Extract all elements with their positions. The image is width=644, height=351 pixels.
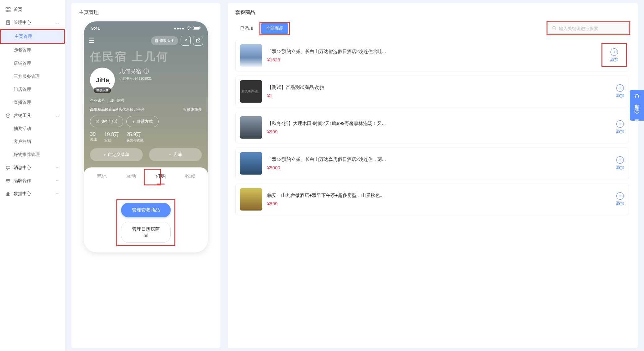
image-icon: ▦ bbox=[155, 38, 158, 43]
add-label: 添加 bbox=[610, 57, 619, 63]
nav-item-recommend[interactable]: 好物推荐管理 bbox=[0, 148, 65, 161]
status-time: 9:41 bbox=[91, 26, 100, 31]
nav-group-brand[interactable]: 品牌合作 ﹀ bbox=[0, 174, 65, 187]
profile-id: 小红书号: 949908921 bbox=[119, 76, 152, 81]
svg-rect-3 bbox=[9, 10, 10, 12]
edit-header-button[interactable]: ▦ 修改头图 bbox=[151, 36, 178, 45]
search-input[interactable] bbox=[559, 26, 625, 31]
svg-rect-2 bbox=[6, 10, 7, 12]
product-price: ¥1623 bbox=[267, 57, 597, 62]
plus-circle-icon: + bbox=[616, 156, 624, 164]
nav-item-shop[interactable]: 店铺管理 bbox=[0, 57, 65, 70]
tab-interaction[interactable]: 互动 bbox=[119, 167, 143, 184]
custom-menu-button[interactable]: + 自定义菜单 bbox=[90, 148, 143, 161]
nav-item-store[interactable]: 门店管理 bbox=[0, 83, 65, 96]
nav-home[interactable]: 首页 bbox=[0, 3, 65, 16]
panel-title: 主页管理 bbox=[79, 9, 213, 16]
nav-group-management[interactable]: 管理中心 ︿ bbox=[0, 16, 65, 29]
edit-intro-button[interactable]: ✎ 修改简介 bbox=[183, 107, 202, 112]
hero-text: 任民宿 上几何 bbox=[84, 49, 208, 64]
stat-likes[interactable]: 25.9万 获赞与收藏 bbox=[126, 131, 143, 143]
headset-icon bbox=[634, 94, 640, 100]
call-button[interactable]: ✆ 拨打电话 bbox=[90, 116, 123, 127]
share-icon[interactable] bbox=[181, 36, 191, 46]
nav-item-live[interactable]: 直播管理 bbox=[0, 96, 65, 109]
plus-icon: + bbox=[103, 152, 106, 157]
product-card: 测试商户·请... 【测试】产品测试商品·勿拍 ¥1 + 添加 bbox=[235, 76, 629, 107]
nav-group-label: 管理中心 bbox=[14, 20, 31, 25]
chat-icon bbox=[6, 165, 11, 170]
nav-item-at-me[interactable]: @我管理 bbox=[0, 44, 65, 57]
product-price: ¥899 bbox=[267, 201, 611, 206]
svg-rect-9 bbox=[9, 193, 10, 196]
help-help-button[interactable]: 帮助 bbox=[634, 109, 640, 117]
svg-rect-1 bbox=[9, 7, 10, 9]
tab-order[interactable]: 订购 bbox=[149, 167, 172, 184]
shop-button[interactable]: ⌂ 店铺 bbox=[149, 148, 202, 161]
menu-icon[interactable]: ☰ bbox=[89, 37, 95, 45]
plus-circle-icon: + bbox=[616, 120, 624, 128]
nav-group-label: 营销工具 bbox=[14, 113, 31, 118]
contact-button[interactable]: + 联系方式 bbox=[126, 116, 159, 127]
search-box[interactable] bbox=[548, 23, 629, 34]
diamond-icon bbox=[6, 178, 11, 183]
product-image bbox=[240, 188, 262, 211]
manage-package-button[interactable]: 管理套餐商品 bbox=[121, 203, 171, 217]
product-title: 临安一山九舍微酒店+双早下午茶+超多房型，山景秋色... bbox=[267, 193, 611, 198]
add-label: 添加 bbox=[616, 129, 624, 135]
chevron-down-icon: ﹀ bbox=[56, 191, 59, 197]
add-label: 添加 bbox=[616, 165, 624, 171]
plus-circle-icon: + bbox=[610, 48, 618, 56]
external-link-icon[interactable] bbox=[193, 36, 203, 46]
search-icon bbox=[552, 26, 556, 31]
nav-item-customer-marketing[interactable]: 客户营销 bbox=[0, 135, 65, 148]
add-button[interactable]: + 添加 bbox=[616, 192, 624, 207]
battery-icon bbox=[193, 26, 200, 31]
help-service-button[interactable]: 客服 bbox=[634, 94, 640, 102]
add-button[interactable]: + 添加 bbox=[616, 120, 624, 135]
phone-status-bar: 9:41 ●●●● bbox=[84, 21, 208, 33]
add-button[interactable]: + 添加 bbox=[616, 156, 624, 171]
panel-title: 套餐商品 bbox=[235, 9, 630, 16]
question-icon bbox=[634, 109, 640, 115]
product-list[interactable]: 「双12预约立减」长白山万达智选假日酒店2晚连住含哇... ¥1623 + 添加… bbox=[235, 40, 630, 342]
nav-item-homepage[interactable]: 主页管理 bbox=[0, 29, 65, 44]
tab-favorite[interactable]: 收藏 bbox=[178, 167, 202, 184]
filter-all-annotation: 全部商品 bbox=[259, 22, 290, 35]
add-button[interactable]: + 添加 bbox=[616, 84, 624, 99]
add-label: 添加 bbox=[616, 93, 624, 99]
main-content: 主页管理 9:41 ●●●● ☰ bbox=[65, 0, 644, 351]
nav-item-lottery[interactable]: 抽奖活动 bbox=[0, 122, 65, 135]
stat-follow[interactable]: 30 关注 bbox=[90, 131, 97, 143]
info-icon[interactable]: ⓘ bbox=[143, 68, 149, 75]
filter-all[interactable]: 全部商品 bbox=[261, 23, 288, 34]
profile-tags: 企业账号 | 出行旅游 bbox=[84, 96, 208, 106]
profile-name: 几何民宿 ⓘ bbox=[119, 68, 152, 75]
manage-calendar-button[interactable]: 管理日历房商品 bbox=[121, 222, 171, 243]
svg-rect-0 bbox=[6, 7, 7, 9]
nav-group-data[interactable]: 数据中心 ﹀ bbox=[0, 187, 65, 200]
plus-circle-icon: + bbox=[616, 84, 624, 92]
phone-icon: ✆ bbox=[96, 119, 99, 124]
nav-group-marketing[interactable]: 营销工具 ︿ bbox=[0, 109, 65, 122]
tab-notes[interactable]: 笔记 bbox=[90, 167, 113, 184]
avatar[interactable]: JiHe ▾ 修改头像 bbox=[90, 68, 115, 92]
panel-package-products: 套餐商品 已添加 全部商品 「双12预约立减」长白山万达智选假日酒店2晚连住含哇… bbox=[228, 3, 638, 348]
product-info: 「双12预约立减」长白山万达套房假日酒店2晚连住，两... ¥5000 bbox=[267, 157, 611, 170]
nav-group-label: 消息中心 bbox=[14, 165, 31, 171]
nav-group-messages[interactable]: 消息中心 ﹀ bbox=[0, 161, 65, 174]
sidebar: 首页 管理中心 ︿ 主页管理 @我管理 店铺管理 三方服务管理 门店管理 直播管… bbox=[0, 0, 65, 351]
nav-item-third-party[interactable]: 三方服务管理 bbox=[0, 70, 65, 83]
product-card: 「双12预约立减」长白山万达套房假日酒店2晚连住，两... ¥5000 + 添加 bbox=[235, 148, 629, 179]
avatar-accent: ▾ bbox=[109, 82, 110, 85]
signal-icon: ●●●● bbox=[174, 26, 184, 31]
profile-description: 高端精品民宿&酒店优惠预订平台 bbox=[90, 107, 145, 112]
shop-icon: ⌂ bbox=[169, 152, 171, 157]
chevron-up-icon: ︿ bbox=[56, 20, 59, 25]
filter-added[interactable]: 已添加 bbox=[235, 23, 258, 34]
add-button[interactable]: + 添加 bbox=[601, 43, 627, 67]
stat-fans[interactable]: 19.8万 粉丝 bbox=[104, 131, 119, 143]
phone-top-row: ☰ ▦ 修改头图 bbox=[84, 33, 208, 49]
product-image bbox=[240, 152, 262, 175]
svg-rect-7 bbox=[6, 194, 7, 196]
